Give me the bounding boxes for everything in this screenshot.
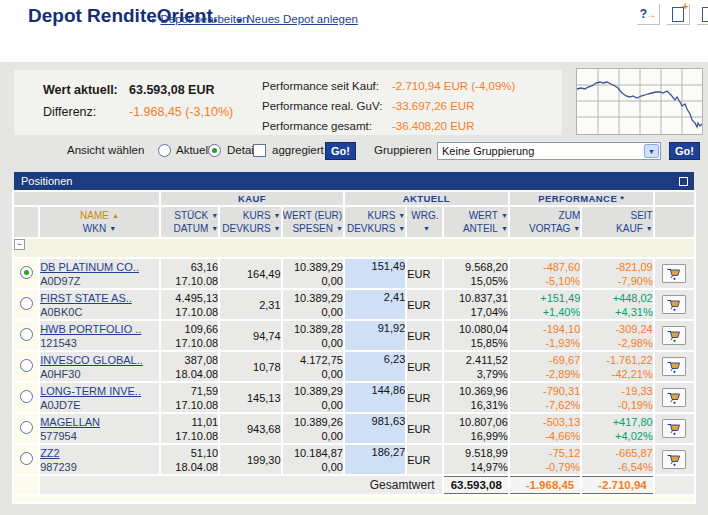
sort-desc-icon[interactable]: ▼ bbox=[274, 225, 281, 232]
column-header[interactable]: NAME▲WKN▼ bbox=[40, 207, 159, 237]
performance-label: Performance real. GuV: bbox=[262, 96, 392, 116]
position-wkn: 987239 bbox=[40, 460, 159, 474]
kurs-aktuell-cell: 6,23 bbox=[345, 352, 405, 381]
position-link[interactable]: FIRST STATE AS.. bbox=[40, 291, 159, 305]
sort-desc-icon[interactable]: ▼ bbox=[274, 212, 281, 219]
column-header-spacer bbox=[14, 207, 38, 237]
position-radio[interactable] bbox=[20, 452, 33, 465]
column-header[interactable]: ZUMVORTAG▼ bbox=[510, 207, 580, 237]
kurs-aktuell-cell: 91,92 bbox=[345, 321, 405, 350]
column-header[interactable]: STÜCK▼DATUM▼ bbox=[161, 207, 218, 237]
column-header[interactable]: SEITKAUF▼ bbox=[582, 207, 652, 237]
column-header[interactable]: WRG.▼ bbox=[407, 207, 442, 237]
gesamt-zum-vortag-value: -1.968,45 bbox=[510, 476, 580, 494]
cart-button[interactable] bbox=[662, 326, 686, 345]
link-neues-depot-anlegen[interactable]: ▸Neues Depot anlegen bbox=[238, 13, 358, 25]
gruppieren-label: Gruppieren bbox=[374, 144, 432, 156]
gruppieren-select[interactable]: Keine Gruppierung ▼ bbox=[437, 142, 661, 160]
arrow-right-icon: ▸ bbox=[152, 15, 157, 25]
toolbar-icons: ?→ + bbox=[637, 4, 708, 25]
collapse-button[interactable]: − bbox=[14, 239, 25, 250]
position-radio[interactable] bbox=[20, 266, 33, 279]
positions-title: Positionen bbox=[21, 175, 72, 187]
sort-desc-icon[interactable]: ▼ bbox=[109, 225, 116, 232]
column-header[interactable]: KURS▼DEVKURS▼ bbox=[220, 207, 280, 237]
table-row: LONG-TERM INVE..A0JD7E71,5917.10.08145,1… bbox=[14, 383, 694, 412]
top-bar: Depot RenditeOrient. ▸Depot bearbeiten ▸… bbox=[0, 0, 708, 62]
position-link[interactable]: LONG-TERM INVE.. bbox=[40, 384, 159, 398]
column-header[interactable]: KURS▼DEVKURS▼ bbox=[345, 207, 405, 237]
table-row: INVESCO GLOBAL..A0HF30387,0818.04.0810,7… bbox=[14, 352, 694, 381]
new-document-icon[interactable]: + bbox=[667, 4, 690, 25]
cart-button[interactable] bbox=[662, 419, 686, 438]
sort-desc-icon[interactable]: ▼ bbox=[501, 212, 508, 219]
sort-desc-icon[interactable]: ▼ bbox=[398, 212, 405, 219]
sort-desc-icon[interactable]: ▼ bbox=[211, 212, 218, 219]
table-row: ZZ298723951,1018.04.08199,3010.184,870,0… bbox=[14, 445, 694, 474]
position-link[interactable]: INVESCO GLOBAL.. bbox=[40, 353, 159, 367]
radio-aktuell-label[interactable]: Aktuell bbox=[176, 144, 211, 156]
position-radio[interactable] bbox=[20, 297, 33, 310]
position-link[interactable]: ZZ2 bbox=[40, 446, 159, 460]
cart-icon bbox=[666, 453, 682, 467]
position-radio[interactable] bbox=[20, 421, 33, 434]
performance-value: -2.710,94 EUR (-4,09%) bbox=[392, 80, 515, 92]
cart-icon bbox=[666, 267, 682, 281]
group-header: AKTUELL bbox=[345, 192, 508, 205]
cart-button[interactable] bbox=[662, 357, 686, 376]
cart-button[interactable] bbox=[662, 388, 686, 407]
performance-chart bbox=[576, 68, 703, 135]
total-row: Gesamtwert63.593,08-1.968,45-2.710,94 bbox=[14, 476, 694, 494]
gesamtwert-value: 63.593,08 bbox=[444, 476, 507, 494]
column-header[interactable]: WERT (EUR)▼SPESEN▼ bbox=[283, 207, 343, 237]
cart-button[interactable] bbox=[662, 295, 686, 314]
kurs-aktuell-cell: 2,41 bbox=[345, 290, 405, 319]
cart-button[interactable] bbox=[662, 450, 686, 469]
sort-desc-icon[interactable]: ▼ bbox=[336, 225, 343, 232]
wert-aktuell-value: 63.593,08 EUR bbox=[129, 83, 214, 97]
sort-asc-icon[interactable]: ▲ bbox=[112, 212, 119, 219]
sort-desc-icon[interactable]: ▼ bbox=[573, 225, 580, 232]
kurs-aktuell-cell: 981,63 bbox=[345, 414, 405, 443]
column-header[interactable]: WERT▼ANTEIL▼ bbox=[444, 207, 507, 237]
position-radio[interactable] bbox=[20, 390, 33, 403]
group-header-row: KAUFAKTUELLPERFORMANCE * bbox=[14, 192, 694, 205]
checkbox-aggregiert-label[interactable]: aggregiert bbox=[272, 144, 324, 156]
differenz-label: Differenz: bbox=[43, 101, 129, 123]
gesamt-seit-kauf-value: -2.710,94 bbox=[582, 476, 652, 494]
position-link[interactable]: HWB PORTFOLIO .. bbox=[40, 322, 159, 336]
cart-button[interactable] bbox=[662, 264, 686, 283]
checkbox-aggregiert[interactable] bbox=[253, 144, 266, 157]
sort-desc-icon[interactable]: ▼ bbox=[398, 225, 405, 232]
position-radio[interactable] bbox=[20, 359, 33, 372]
arrow-right-icon: ▸ bbox=[238, 15, 243, 25]
kurs-aktuell-cell: 144,86 bbox=[345, 383, 405, 412]
ansicht-go-button[interactable]: Go! bbox=[325, 142, 356, 160]
gruppieren-select-value: Keine Gruppierung bbox=[442, 145, 534, 157]
radio-aktuell[interactable] bbox=[158, 144, 171, 157]
position-wkn: A0HF30 bbox=[40, 367, 159, 381]
sort-desc-icon[interactable]: ▼ bbox=[646, 225, 653, 232]
sort-desc-icon[interactable]: ▼ bbox=[423, 225, 430, 232]
table-row: DB PLATINUM CO..A0D97Z63,1617.10.08164,4… bbox=[14, 259, 694, 288]
column-header-row: NAME▲WKN▼STÜCK▼DATUM▼KURS▼DEVKURS▼WERT (… bbox=[14, 207, 694, 237]
sort-desc-icon[interactable]: ▼ bbox=[501, 225, 508, 232]
window-box-icon[interactable] bbox=[679, 177, 688, 186]
gruppieren-go-button[interactable]: Go! bbox=[669, 142, 700, 160]
help-icon[interactable]: ?→ bbox=[637, 4, 660, 25]
position-wkn: 577954 bbox=[40, 429, 159, 443]
link-depot-bearbeiten[interactable]: ▸Depot bearbeiten bbox=[152, 13, 249, 25]
column-header-spacer bbox=[655, 207, 694, 237]
position-radio[interactable] bbox=[20, 328, 33, 341]
sort-desc-icon[interactable]: ▼ bbox=[211, 225, 218, 232]
radio-details[interactable] bbox=[208, 144, 221, 157]
clipped-icon[interactable] bbox=[697, 4, 708, 25]
differenz-value: -1.968,45 (-3,10%) bbox=[129, 105, 233, 119]
position-link[interactable]: MAGELLAN bbox=[40, 415, 159, 429]
chevron-down-icon[interactable]: ▼ bbox=[644, 144, 659, 158]
position-wkn: 121543 bbox=[40, 336, 159, 350]
performance-summary: Performance seit Kauf:-2.710,94 EUR (-4,… bbox=[262, 76, 515, 136]
positions-table: KAUFAKTUELLPERFORMANCE *NAME▲WKN▼STÜCK▼D… bbox=[12, 190, 696, 504]
position-link[interactable]: DB PLATINUM CO.. bbox=[40, 260, 159, 274]
cart-icon bbox=[666, 391, 682, 405]
